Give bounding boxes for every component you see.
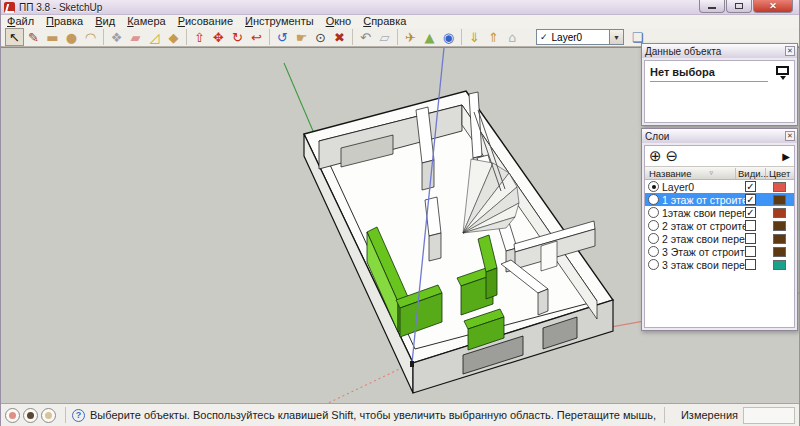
- menu-item[interactable]: Инструменты: [239, 15, 320, 28]
- add-layer-button[interactable]: ⊕: [649, 149, 662, 164]
- column-header-name[interactable]: Название ▿: [645, 168, 736, 179]
- get-models-tool[interactable]: ⇓: [465, 28, 484, 46]
- rectangle-tool[interactable]: ▬: [43, 28, 62, 46]
- layers-title-bar[interactable]: Слои ✕: [642, 129, 797, 143]
- zoom-extents-tool[interactable]: ✖: [330, 28, 349, 46]
- toggle-terrain-tool[interactable]: ▲: [420, 28, 439, 46]
- entity-info-close-button[interactable]: ✕: [785, 46, 795, 56]
- model-info-icon[interactable]: [41, 408, 56, 423]
- section-plane-tool[interactable]: ▱: [375, 28, 394, 46]
- layer-name-label: 2 этаж свои перегородки: [662, 233, 745, 245]
- layer-visible-checkbox[interactable]: [745, 259, 756, 270]
- layer-color-swatch[interactable]: [773, 234, 786, 244]
- toolbar-separator: [269, 29, 270, 45]
- arc-tool[interactable]: ◠: [81, 28, 100, 46]
- layer-visible-checkbox[interactable]: [745, 246, 756, 257]
- circle-tool[interactable]: ●: [62, 28, 81, 46]
- layer-color-swatch[interactable]: [773, 195, 786, 205]
- menu-item[interactable]: Правка: [40, 15, 89, 28]
- layer-row[interactable]: 2 этаж свои перегородки: [645, 232, 794, 245]
- layer-radio[interactable]: [648, 207, 659, 218]
- layer-radio[interactable]: [648, 246, 659, 257]
- column-header-visible[interactable]: Види...: [736, 168, 766, 179]
- status-divider-2: [664, 407, 665, 423]
- toolbar-separator: [103, 29, 104, 45]
- status-divider: [65, 407, 66, 423]
- claim-credit-icon[interactable]: [23, 408, 38, 423]
- share-models-tool[interactable]: ⇑: [484, 28, 503, 46]
- pan-tool[interactable]: ☛: [292, 28, 311, 46]
- orbit-tool[interactable]: ↺: [273, 28, 292, 46]
- share-component-tool[interactable]: ⌂: [503, 28, 522, 46]
- measurements-input[interactable]: [743, 407, 795, 424]
- zoom-tool[interactable]: ⊙: [311, 28, 330, 46]
- layer-color-swatch[interactable]: [773, 208, 786, 218]
- layers-details-arrow-icon[interactable]: ▶: [782, 151, 790, 162]
- select-tool[interactable]: ↖: [5, 28, 24, 46]
- layer-visible-checkbox[interactable]: ✓: [745, 194, 756, 205]
- paint-bucket-tool[interactable]: ◆: [164, 28, 183, 46]
- help-icon[interactable]: ?: [72, 409, 85, 422]
- layers-body: ⊕ ⊖ ▶ Название ▿ Види... Цвет Layer0✓1 э…: [644, 145, 795, 328]
- menu-item[interactable]: Файл: [1, 15, 40, 28]
- close-button[interactable]: ✕: [753, 0, 793, 13]
- layers-close-button[interactable]: ✕: [785, 131, 795, 141]
- claim-credit-icon-dot: [27, 412, 34, 419]
- eraser-tool[interactable]: ▰: [126, 28, 145, 46]
- toolbar-separator: [186, 29, 187, 45]
- layer-radio[interactable]: [648, 220, 659, 231]
- sketchup-window: ПП 3.8 - SketchUp ✕ ФайлПравкаВидКамераР…: [0, 0, 800, 426]
- status-message: Выберите объекты. Воспользуйтесь клавише…: [90, 409, 658, 421]
- maximize-button[interactable]: [726, 0, 752, 13]
- rotate-tool[interactable]: ↻: [228, 28, 247, 46]
- tape-measure-icon: ◿: [150, 31, 160, 44]
- column-header-color[interactable]: Цвет: [766, 168, 794, 179]
- geo-location-icon[interactable]: [5, 408, 20, 423]
- sketchup-app-icon: [4, 2, 15, 13]
- layer-row[interactable]: 2 этаж от строителей: [645, 219, 794, 232]
- title-bar: ПП 3.8 - SketchUp ✕: [1, 0, 799, 15]
- layer-row[interactable]: 1этаж свои перегородки✓: [645, 206, 794, 219]
- menu-item[interactable]: Камера: [121, 15, 171, 28]
- layer-row[interactable]: 1 этаж от строителей✓: [645, 193, 794, 206]
- layer-visible-checkbox[interactable]: [745, 220, 756, 231]
- layer-radio[interactable]: [648, 194, 659, 205]
- layer-row[interactable]: Layer0✓: [645, 180, 794, 193]
- layer-color-swatch[interactable]: [773, 182, 786, 192]
- previous-view-tool[interactable]: ↶: [356, 28, 375, 46]
- entity-info-title-bar[interactable]: Данные объекта ✕: [642, 44, 797, 58]
- line-tool[interactable]: ✎: [24, 28, 43, 46]
- details-toggle-icon[interactable]: [776, 66, 789, 75]
- line-icon: ✎: [28, 31, 39, 44]
- layer-row[interactable]: 3 этаж свои перегородки: [645, 258, 794, 271]
- layer-combo-box[interactable]: ✓ Layer0: [536, 29, 610, 45]
- layer-visible-checkbox[interactable]: [745, 233, 756, 244]
- layer-combo[interactable]: ✓ Layer0 ▼: [536, 29, 624, 45]
- close-icon: ✕: [769, 2, 777, 11]
- zoom-icon: ⊙: [315, 31, 326, 44]
- layer-color-swatch[interactable]: [773, 260, 786, 270]
- layer-color-swatch[interactable]: [773, 221, 786, 231]
- layer-radio[interactable]: [648, 233, 659, 244]
- make-component-tool[interactable]: ❖: [107, 28, 126, 46]
- layer-combo-dropdown-button[interactable]: ▼: [610, 29, 624, 45]
- layer-row[interactable]: 3 Этаж от строителей: [645, 245, 794, 258]
- tape-measure-tool[interactable]: ◿: [145, 28, 164, 46]
- layer-radio[interactable]: [648, 259, 659, 270]
- rectangle-icon: ▬: [46, 31, 58, 44]
- move-tool[interactable]: ✥: [209, 28, 228, 46]
- minimize-button[interactable]: [699, 0, 725, 13]
- push-pull-tool[interactable]: ⇧: [190, 28, 209, 46]
- layer-visible-checkbox[interactable]: ✓: [745, 181, 756, 192]
- menu-item[interactable]: Рисование: [172, 15, 239, 28]
- menu-item[interactable]: Вид: [89, 15, 121, 28]
- layer-radio[interactable]: [648, 181, 659, 192]
- remove-layer-button[interactable]: ⊖: [666, 149, 679, 164]
- layer-color-swatch[interactable]: [773, 247, 786, 257]
- menu-item[interactable]: Справка: [357, 15, 412, 28]
- offset-tool[interactable]: ↩: [247, 28, 266, 46]
- google-earth-tool[interactable]: ◉: [439, 28, 458, 46]
- layer-visible-checkbox[interactable]: ✓: [745, 207, 756, 218]
- add-location-tool[interactable]: ✈: [401, 28, 420, 46]
- menu-item[interactable]: Окно: [320, 15, 358, 28]
